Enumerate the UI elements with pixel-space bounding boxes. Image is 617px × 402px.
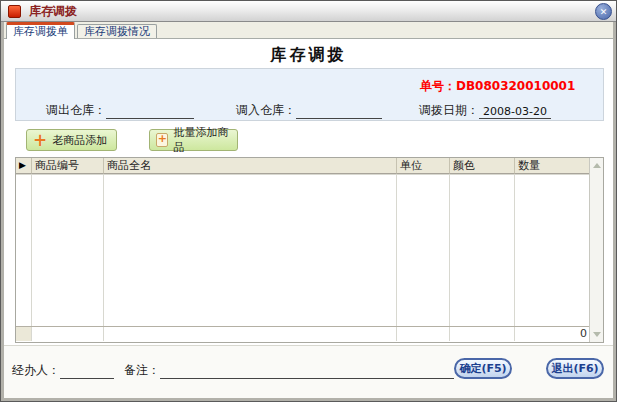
bottom-bar: 经办人： 备注： 确定(F5) 退出(F6)	[4, 345, 613, 398]
remarks-field[interactable]	[160, 365, 454, 379]
table-row[interactable]: ▶	[16, 158, 591, 175]
scroll-down-icon[interactable]	[593, 332, 601, 337]
footer-cell	[104, 327, 397, 341]
table-cell	[104, 174, 397, 328]
footer-cell	[450, 327, 515, 341]
transfer-date-group: 调拨日期：2008-03-20	[419, 102, 551, 119]
scroll-up-icon[interactable]	[593, 163, 601, 168]
transfer-date-label: 调拨日期：	[419, 103, 479, 117]
in-warehouse-group: 调入仓库：	[236, 102, 382, 119]
batch-add-product-label: 批量添加商品	[173, 125, 231, 155]
table-cell	[450, 174, 515, 328]
close-icon: ✕	[600, 7, 608, 17]
inventory-transfer-window: 库存调拨 ✕ 库存调拨单 库存调拨情况 库存调拨 单号：DB0803200100…	[0, 0, 617, 402]
exit-button[interactable]: 退出(F6)	[546, 358, 604, 379]
handler-field[interactable]	[60, 365, 114, 379]
footer-cell	[32, 327, 104, 341]
footer-selector-cell	[16, 327, 32, 341]
table-cell	[397, 174, 450, 328]
handler-group: 经办人：	[12, 362, 114, 379]
row-marker-icon: ▶	[19, 160, 26, 170]
app-area: 库存调拨单 库存调拨情况 库存调拨 单号：DB080320010001 调出仓库…	[4, 22, 613, 398]
handler-label: 经办人：	[12, 363, 60, 377]
footer-cell	[397, 327, 450, 341]
table-body	[16, 174, 591, 328]
remarks-group: 备注：	[124, 362, 454, 379]
table-cell	[32, 174, 104, 328]
exit-button-label: 退出(F6)	[551, 361, 598, 376]
tab-transfer-form[interactable]: 库存调拨单	[6, 22, 75, 39]
tab-bar: 库存调拨单 库存调拨情况	[4, 22, 613, 39]
transfer-date-field[interactable]: 2008-03-20	[479, 105, 551, 119]
in-warehouse-field[interactable]	[296, 105, 382, 119]
confirm-button[interactable]: 确定(F5)	[454, 358, 512, 379]
out-warehouse-group: 调出仓库：	[46, 102, 194, 119]
close-button[interactable]: ✕	[595, 3, 612, 20]
in-warehouse-label: 调入仓库：	[236, 103, 296, 117]
window-title: 库存调拨	[29, 3, 77, 20]
remarks-label: 备注：	[124, 363, 160, 377]
tab-content: 库存调拨 单号：DB080320010001 调出仓库： 调入仓库： 调拨日期：…	[4, 39, 613, 398]
batch-add-product-button[interactable]: + 批量添加商品	[149, 129, 238, 151]
add-old-product-button[interactable]: + 老商品添加	[26, 129, 117, 151]
app-icon	[8, 5, 21, 18]
table-footer: 0	[16, 326, 591, 342]
plus-box-icon: +	[156, 133, 168, 147]
page-title: 库存调拨	[4, 45, 613, 66]
add-old-product-label: 老商品添加	[52, 133, 107, 148]
tab-transfer-status[interactable]: 库存调拨情况	[77, 24, 157, 38]
order-number-value: DB080320010001	[456, 79, 575, 93]
table-cell	[515, 174, 591, 328]
order-number: 单号：DB080320010001	[420, 78, 575, 95]
title-bar: 库存调拨 ✕	[1, 1, 616, 22]
table-cell	[16, 174, 32, 328]
quantity-total: 0	[515, 327, 591, 341]
plus-icon: +	[33, 133, 47, 147]
out-warehouse-label: 调出仓库：	[46, 103, 106, 117]
tab-transfer-form-label: 库存调拨单	[13, 25, 68, 38]
transfer-info-panel: 单号：DB080320010001 调出仓库： 调入仓库： 调拨日期：2008-…	[15, 68, 604, 121]
tab-transfer-status-label: 库存调拨情况	[84, 25, 150, 38]
order-number-label: 单号：	[420, 79, 456, 93]
vertical-scrollbar[interactable]	[589, 158, 603, 342]
out-warehouse-field[interactable]	[106, 105, 194, 119]
product-table: 商品编号 商品全名 单位 颜色 数量 ▶	[15, 157, 604, 343]
confirm-button-label: 确定(F5)	[459, 361, 506, 376]
